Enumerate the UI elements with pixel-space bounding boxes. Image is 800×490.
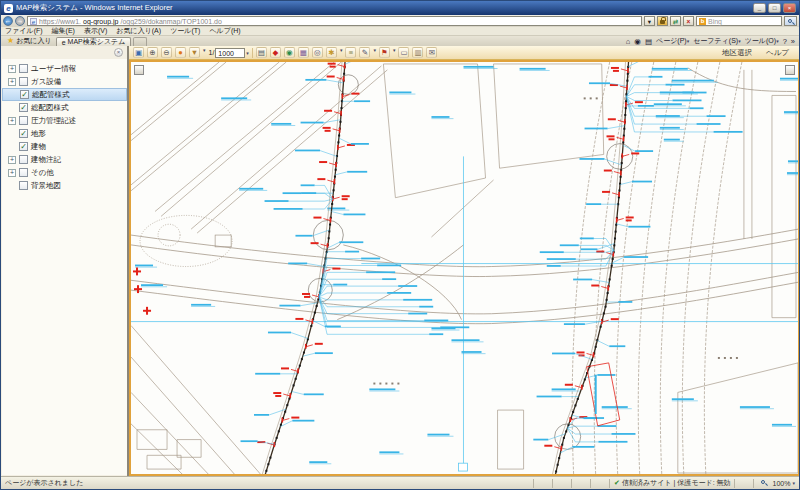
expand-icon[interactable]: + xyxy=(8,78,16,86)
expand-icon[interactable]: + xyxy=(8,156,16,164)
layer-item-2[interactable]: ✓総配管様式 xyxy=(2,88,127,101)
map-overview-button[interactable] xyxy=(134,65,144,75)
search-input[interactable]: b Bing xyxy=(696,16,782,26)
menu-bar: ファイル(F)編集(E)表示(V)お気に入り(A)ツール(T)ヘルプ(H) xyxy=(1,27,799,36)
magnifier-icon xyxy=(788,19,792,23)
pan-icon[interactable]: ● xyxy=(175,47,186,58)
menu-item-2[interactable]: 表示(V) xyxy=(84,26,107,36)
print-map-icon[interactable]: ▤ xyxy=(256,47,267,58)
layer-checkbox[interactable] xyxy=(19,181,28,190)
layer-checkbox[interactable] xyxy=(19,116,28,125)
tools-menu[interactable]: ツール(O)▾ xyxy=(745,36,779,46)
title-bar: e MAP検索システム - Windows Internet Explorer … xyxy=(1,1,799,15)
layer-checkbox[interactable]: ✓ xyxy=(20,90,29,99)
window-icon[interactable]: ▭ xyxy=(398,47,409,58)
measure-icon[interactable]: ▦ xyxy=(298,47,309,58)
safety-menu[interactable]: セーフティ(S)▾ xyxy=(693,36,741,46)
minimize-button[interactable]: _ xyxy=(753,3,766,13)
menu-item-3[interactable]: お気に入り(A) xyxy=(116,26,161,36)
layer-item-7[interactable]: +建物注記 xyxy=(2,153,127,166)
tab-map-search[interactable]: e MAP検索システム xyxy=(56,37,132,46)
layers-icon[interactable]: ▼ xyxy=(189,47,200,58)
favorites-star-icon: ★ xyxy=(7,37,14,45)
layer-checkbox[interactable] xyxy=(19,155,28,164)
trusted-check-icon: ✔ xyxy=(614,479,620,487)
layer-checkbox[interactable] xyxy=(19,77,28,86)
url-dropdown-button[interactable]: ▾ xyxy=(644,16,655,26)
tab-bar: ★ お気に入り e MAP検索システム ⌂◉▤ページ(P)▾セーフティ(S)▾ツ… xyxy=(1,36,799,46)
ie-logo-icon: e xyxy=(4,4,13,13)
flag-icon[interactable]: ⚑ xyxy=(379,47,390,58)
search-button[interactable] xyxy=(784,16,797,26)
layer-item-9[interactable]: 背景地図 xyxy=(2,179,127,192)
new-tab-button[interactable] xyxy=(133,37,147,46)
district-select-link[interactable]: 地区選択 xyxy=(722,48,752,58)
globe-icon[interactable]: ◉ xyxy=(284,47,295,58)
feed-icon[interactable]: ◉ xyxy=(634,37,641,46)
layer-item-0[interactable]: +ユーザー情報 xyxy=(2,62,127,75)
back-button[interactable]: ← xyxy=(3,16,13,26)
close-button[interactable]: × xyxy=(783,3,796,13)
expand-icon[interactable]: + xyxy=(8,117,16,125)
layer-item-1[interactable]: +ガス設備 xyxy=(2,75,127,88)
url-field[interactable]: e https://www1. og-group.jp /ogg259/doka… xyxy=(27,16,642,26)
stop-button[interactable]: × xyxy=(683,16,694,26)
scale-input[interactable]: 1000 xyxy=(215,48,245,58)
search-map-icon[interactable]: ◎ xyxy=(312,47,323,58)
map-canvas[interactable] xyxy=(131,62,798,474)
layer-item-5[interactable]: ✓地形 xyxy=(2,127,127,140)
zoom-out-icon[interactable]: ⊖ xyxy=(161,47,172,58)
layer-item-6[interactable]: ✓建物 xyxy=(2,140,127,153)
menu-item-0[interactable]: ファイル(F) xyxy=(5,26,43,36)
expand-icon[interactable]: + xyxy=(8,65,16,73)
map-corner-button[interactable] xyxy=(785,65,795,75)
security-lock-icon[interactable] xyxy=(657,16,668,26)
layer-label: 建物 xyxy=(31,142,46,152)
panel-close-icon[interactable]: × xyxy=(114,48,123,57)
scale-widget: 1/ 1000 ▾ xyxy=(209,48,249,58)
alert-icon[interactable]: ◆ xyxy=(270,47,281,58)
mail-icon[interactable]: ✉ xyxy=(426,47,437,58)
page-menu[interactable]: ページ(P)▾ xyxy=(656,36,689,46)
zoom-in-icon[interactable]: ⊕ xyxy=(147,47,158,58)
status-bar: ページが表示されました ✔ 信頼済みサイト | 保護モード: 無効 100% ▾ xyxy=(1,476,799,489)
list-icon[interactable]: ▥ xyxy=(412,47,423,58)
menu-item-1[interactable]: 編集(E) xyxy=(52,26,75,36)
draw-icon[interactable]: ✎ xyxy=(359,47,370,58)
layer-panel: × +ユーザー情報+ガス設備✓総配管様式✓総配図様式+圧力管理記述✓地形✓建物+… xyxy=(1,46,129,476)
favorites-button[interactable]: ★ お気に入り xyxy=(3,36,56,46)
layer-item-8[interactable]: +その他 xyxy=(2,166,127,179)
refresh-button[interactable]: ⇄ xyxy=(670,16,681,26)
maximize-button[interactable]: □ xyxy=(768,3,781,13)
layer-label: ガス設備 xyxy=(31,77,61,87)
layer-checkbox[interactable]: ✓ xyxy=(19,103,28,112)
scale-prefix: 1/ xyxy=(209,49,215,56)
layer-checkbox[interactable]: ✓ xyxy=(19,129,28,138)
expand-icon[interactable]: + xyxy=(8,169,16,177)
layer-label: 背景地図 xyxy=(31,181,61,191)
home-icon[interactable]: ⌂ xyxy=(626,37,631,46)
zoom-indicator[interactable]: 100% ▾ xyxy=(753,479,795,488)
scale-dropdown[interactable]: ▾ xyxy=(246,50,249,56)
ruler-icon[interactable]: ≡ xyxy=(345,47,356,58)
browser-window: e MAP検索システム - Windows Internet Explorer … xyxy=(0,0,800,490)
menu-item-4[interactable]: ツール(T) xyxy=(170,26,200,36)
rotate-icon[interactable]: ✱ xyxy=(326,47,337,58)
map-toolbar: ▣⊕⊖●▼▾ 1/ 1000 ▾ ▤◆◉▦◎✱▾≡✎▾⚑▾▭▥✉ 地区選択 ヘル… xyxy=(129,46,799,60)
save-icon[interactable]: ▣ xyxy=(133,47,144,58)
map-viewport[interactable] xyxy=(129,60,799,476)
layer-checkbox[interactable] xyxy=(19,168,28,177)
menu-item-5[interactable]: ヘルプ(H) xyxy=(209,26,240,36)
help-icon[interactable]: ? xyxy=(783,37,787,46)
page-icon: e xyxy=(30,18,37,25)
print-icon[interactable]: ▤ xyxy=(645,37,652,46)
zoom-level: 100% xyxy=(773,480,791,487)
layer-item-3[interactable]: ✓総配図様式 xyxy=(2,101,127,114)
status-message: ページが表示されました xyxy=(5,478,530,488)
help-link[interactable]: ヘルプ xyxy=(766,48,789,58)
layer-item-4[interactable]: +圧力管理記述 xyxy=(2,114,127,127)
forward-button[interactable]: → xyxy=(15,16,25,26)
layer-checkbox[interactable]: ✓ xyxy=(19,142,28,151)
layer-checkbox[interactable] xyxy=(19,64,28,73)
overflow-chevron[interactable]: » xyxy=(791,37,795,46)
